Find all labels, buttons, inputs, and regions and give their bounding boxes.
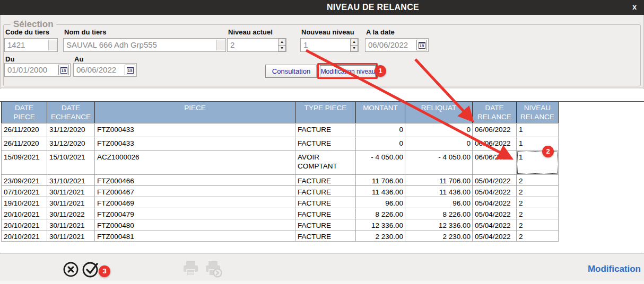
cell-reliquat[interactable]: 11 706.00 xyxy=(405,174,473,185)
cell-niveau-relance[interactable]: 2 xyxy=(517,174,559,185)
cell-niveau-relance[interactable]: 2 xyxy=(517,219,559,230)
cell-date-piece[interactable]: 07/10/2021 xyxy=(2,185,47,197)
cell-reliquat[interactable]: 96.00 xyxy=(405,197,473,208)
cell-montant[interactable]: 0 xyxy=(356,137,405,150)
circle-x-icon xyxy=(63,261,79,278)
au-field[interactable]: 06/06/2022 15 xyxy=(73,63,137,77)
cell-date-relance[interactable]: 06/06/2022 xyxy=(473,137,517,150)
nouveau-niveau-stepper: ▲ ▼ xyxy=(350,39,358,51)
du-field[interactable]: 01/01/2000 15 xyxy=(4,63,71,77)
du-calendar-button[interactable]: 15 xyxy=(58,65,69,75)
cell-date-piece[interactable]: 26/11/2020 xyxy=(2,137,47,150)
cell-piece[interactable]: FTZ000433 xyxy=(95,137,295,150)
cell-niveau-relance[interactable]: 2 xyxy=(517,197,559,208)
cell-date-echeance[interactable]: 31/12/2020 xyxy=(47,137,95,150)
cell-reliquat[interactable]: 0 xyxy=(405,137,473,150)
cell-date-echeance[interactable]: 30/11/2022 xyxy=(47,208,95,219)
spin-down-icon[interactable]: ▼ xyxy=(278,46,286,52)
code-tiers-lookup-button[interactable] xyxy=(48,40,57,50)
cell-piece[interactable]: FTZ000480 xyxy=(95,219,295,230)
cell-montant[interactable]: 12 336.00 xyxy=(356,219,405,230)
cell-reliquat[interactable]: 0 xyxy=(405,123,473,137)
print-export-button xyxy=(204,261,224,280)
cell-montant[interactable]: 0 xyxy=(356,123,405,137)
cell-date-echeance[interactable]: 30/11/2021 xyxy=(47,230,95,241)
nom-tiers-field[interactable]: SAUVAL 666 Adh Grp555 xyxy=(63,38,226,52)
consultation-button[interactable]: Consultation xyxy=(265,65,317,78)
spin-up-icon[interactable]: ▲ xyxy=(278,39,286,46)
cell-piece[interactable]: ACZ1000026 xyxy=(95,150,295,174)
table-row: 20/10/2021 30/11/2021 FTZ000480 FACTURE … xyxy=(2,219,559,230)
cell-type-piece[interactable]: FACTURE xyxy=(295,230,356,241)
cell-date-echeance[interactable]: 30/11/2021 xyxy=(47,219,95,230)
cell-montant[interactable]: 96.00 xyxy=(356,197,405,208)
cell-date-echeance[interactable]: 30/11/2021 xyxy=(47,197,95,208)
modification-niveau-button[interactable]: Modification niveau xyxy=(320,65,376,78)
close-button[interactable]: x xyxy=(632,0,637,15)
a-la-date-calendar-button[interactable]: 15 xyxy=(416,40,427,50)
cell-date-relance[interactable]: 06/06/2022 xyxy=(473,123,517,137)
cell-piece[interactable]: FTZ000467 xyxy=(95,185,295,197)
cell-niveau-relance-selected[interactable]: 1 xyxy=(517,150,559,174)
cell-type-piece[interactable]: FACTURE xyxy=(295,185,356,197)
cell-reliquat[interactable]: 12 336.00 xyxy=(405,219,473,230)
cell-piece[interactable]: FTZ000479 xyxy=(95,208,295,219)
cell-date-relance[interactable]: 05/04/2022 xyxy=(473,197,517,208)
cell-date-echeance[interactable]: 30/11/2021 xyxy=(47,185,95,197)
cell-niveau-relance[interactable]: 2 xyxy=(517,185,559,197)
niveau-actuel-stepper: ▲ ▼ xyxy=(277,39,286,51)
cell-date-relance[interactable]: 05/04/2022 xyxy=(473,185,517,197)
cell-niveau-relance[interactable]: 2 xyxy=(517,230,559,241)
cell-reliquat[interactable]: 8 226.00 xyxy=(405,208,473,219)
cell-niveau-relance[interactable]: 2 xyxy=(517,208,559,219)
cell-montant[interactable]: - 4 050.00 xyxy=(356,150,405,174)
cancel-button[interactable] xyxy=(63,261,79,280)
cell-montant[interactable]: 11 436.00 xyxy=(356,185,405,197)
cell-date-relance[interactable]: 06/06/2022 xyxy=(473,150,517,174)
du-value: 01/01/2000 xyxy=(5,64,58,76)
cell-reliquat[interactable]: 11 436.00 xyxy=(405,185,473,197)
cell-montant[interactable]: 2 230.00 xyxy=(356,230,405,241)
cell-type-piece[interactable]: FACTURE xyxy=(295,174,356,185)
cell-date-relance[interactable]: 05/04/2022 xyxy=(473,219,517,230)
cell-date-relance[interactable]: 05/04/2022 xyxy=(473,230,517,241)
cell-type-piece[interactable]: AVOIR COMPTANT xyxy=(295,150,356,174)
cell-type-piece[interactable]: FACTURE xyxy=(295,197,356,208)
cell-date-relance[interactable]: 05/04/2022 xyxy=(473,174,517,185)
nouveau-niveau-field[interactable]: 1 ▲ ▼ xyxy=(300,38,359,52)
cell-piece[interactable]: FTZ000466 xyxy=(95,174,295,185)
niveau-actuel-field[interactable]: 2 ▲ ▼ xyxy=(227,38,286,52)
cell-type-piece[interactable]: FACTURE xyxy=(295,123,356,137)
cell-niveau-relance[interactable]: 1 xyxy=(517,123,559,137)
cell-date-piece[interactable]: 23/09/2021 xyxy=(2,174,47,185)
au-calendar-button[interactable]: 15 xyxy=(125,65,135,75)
cell-date-piece[interactable]: 20/10/2021 xyxy=(2,230,47,241)
cell-date-echeance[interactable]: 31/10/2021 xyxy=(47,174,95,185)
cell-reliquat[interactable]: 2 230.00 xyxy=(405,230,473,241)
cell-reliquat[interactable]: - 4 050.00 xyxy=(405,150,473,174)
cell-piece[interactable]: FTZ000469 xyxy=(95,197,295,208)
nom-tiers-lookup-button[interactable] xyxy=(216,40,225,50)
cell-type-piece[interactable]: FACTURE xyxy=(295,219,356,230)
grid-header-row: DATE PIECE DATE ECHEANCE PIECE TYPE PIEC… xyxy=(2,102,559,123)
spin-up-icon[interactable]: ▲ xyxy=(350,39,358,46)
cell-montant[interactable]: 8 226.00 xyxy=(356,208,405,219)
cell-date-piece[interactable]: 15/09/2021 xyxy=(2,150,47,174)
cell-date-piece[interactable]: 20/10/2021 xyxy=(2,219,47,230)
cell-piece[interactable]: FTZ000433 xyxy=(95,123,295,137)
a-la-date-field[interactable]: 06/06/2022 15 xyxy=(365,38,429,52)
cell-type-piece[interactable]: FACTURE xyxy=(295,208,356,219)
validate-button[interactable] xyxy=(82,260,100,281)
cell-date-piece[interactable]: 20/10/2021 xyxy=(2,208,47,219)
cell-date-relance[interactable]: 05/04/2022 xyxy=(473,208,517,219)
cell-date-piece[interactable]: 26/11/2020 xyxy=(2,123,47,137)
cell-montant[interactable]: 11 706.00 xyxy=(356,174,405,185)
code-tiers-field[interactable]: 1421 xyxy=(4,38,58,52)
cell-date-echeance[interactable]: 15/10/2021 xyxy=(47,150,95,174)
cell-type-piece[interactable]: FACTURE xyxy=(295,137,356,150)
cell-niveau-relance[interactable]: 1 xyxy=(517,137,559,150)
cell-date-piece[interactable]: 19/10/2021 xyxy=(2,197,47,208)
spin-down-icon[interactable]: ▼ xyxy=(350,46,358,52)
cell-piece[interactable]: FTZ000481 xyxy=(95,230,295,241)
cell-date-echeance[interactable]: 31/12/2020 xyxy=(47,123,95,137)
